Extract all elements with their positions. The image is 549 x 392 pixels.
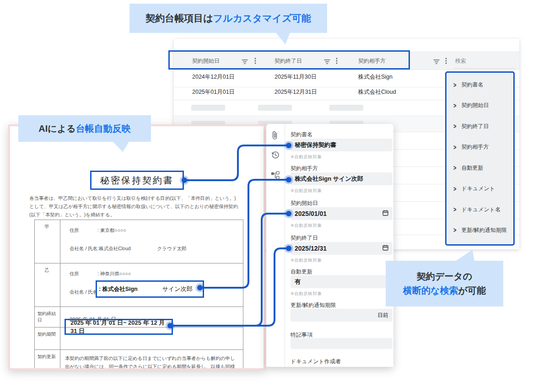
auto-reflect-note: ※自動反映対象 xyxy=(291,223,322,229)
doc-field-value: クラウド太郎 xyxy=(157,246,187,251)
auto-reflect-note: ※自動反映対象 xyxy=(291,188,322,194)
search-attr-item[interactable]: >契約終了日 xyxy=(447,123,513,130)
chevron-right-icon: > xyxy=(453,102,456,109)
form-label-start-date: 契約開始日 xyxy=(291,199,387,207)
callout-text: AIによる xyxy=(38,123,75,135)
doc-field-label: 会社名 / 氏名: xyxy=(70,246,99,251)
chevron-right-icon: > xyxy=(453,206,456,213)
doc-field-label: 会社名 / 氏名 xyxy=(70,289,97,295)
callout-text-highlight: 横断的な検索 xyxy=(403,285,458,295)
form-label-end-date: 契約終了日 xyxy=(291,234,387,242)
search-attr-item[interactable]: >自動更新 xyxy=(447,164,513,172)
search-input-underline[interactable] xyxy=(454,68,516,69)
chevron-right-icon: > xyxy=(453,123,456,130)
doc-label: 甲 xyxy=(35,220,60,263)
form-value: 秘密保持契約書 xyxy=(295,141,336,149)
search-attributes-panel: >契約書名 >契約開始日 >契約終了日 >契約相手方 >自動更新 >ドキュメント… xyxy=(445,71,515,246)
chevron-right-icon: > xyxy=(453,165,456,172)
form-field-notes[interactable] xyxy=(291,338,393,349)
doc-field-value: サイン次郎 xyxy=(162,285,193,293)
doc-field-value: 株式会社Cloud xyxy=(99,246,130,251)
callout-pointer xyxy=(455,250,474,261)
form-value: 2025/12/31 xyxy=(295,245,382,252)
search-attr-item[interactable]: >更新/解約通知期限 xyxy=(447,226,513,234)
table-row-cell[interactable]: 2024年12月01日 xyxy=(192,73,235,81)
callout-text: が可能 xyxy=(458,285,486,295)
table-row-cell[interactable]: 2025年11月30日 xyxy=(274,73,317,81)
contract-document-preview: 秘密保持契約書 各当事者は、甲乙間において取引を行う又は取引を検討する目的(以下… xyxy=(8,124,265,370)
form-value: 有 xyxy=(295,278,301,286)
doc-row-renewal: 契約更新 本契約の期間満了前の以下に定める日までにいずれの当事者からも解約の申し… xyxy=(35,350,243,370)
search-attr-item[interactable]: >ドキュメント名 xyxy=(447,206,513,214)
search-attr-label: 契約終了日 xyxy=(461,123,489,130)
attachment-icon[interactable] xyxy=(271,130,281,140)
doc-title-highlight: 秘密保持契約書 xyxy=(90,171,184,190)
form-field-notice-period[interactable]: 日前 xyxy=(291,309,393,322)
history-icon[interactable] xyxy=(271,150,281,161)
calendar-icon[interactable] xyxy=(382,210,388,217)
table-row-cell[interactable]: 2025年01月01日 xyxy=(192,88,235,96)
callout-ai-reflect: AIによる台帳自動反映 xyxy=(18,115,151,142)
doc-renewal-text: 本契約の期間満了前の以下に定める日までにいずれの当事者からも解約の申し出がない場… xyxy=(65,354,239,370)
header-highlight-box xyxy=(168,50,410,70)
form-field-party[interactable]: 株式会社Sign サイン次郎 xyxy=(291,172,393,185)
doc-field-value: : 東京都○○○○ xyxy=(97,227,126,233)
chevron-right-icon: > xyxy=(453,185,456,192)
form-field-end-date[interactable]: 2025/12/31 xyxy=(291,242,393,255)
doc-field-label: 住所 xyxy=(70,227,79,233)
table-row-cell[interactable]: 2025年12月31日 xyxy=(274,88,317,96)
search-attr-label: ドキュメント名 xyxy=(461,206,501,214)
doc-period-highlight: 2025 年 01 月 01 日~ 2025 年 12 月 31 日 xyxy=(65,319,173,335)
form-label-auto-renew: 自動更新 xyxy=(291,268,387,276)
form-value: 2025/01/01 xyxy=(295,210,382,217)
chevron-right-icon: > xyxy=(453,144,456,150)
auto-reflect-note: ※自動反映対象 xyxy=(291,291,322,297)
doc-label: 契約期間 xyxy=(35,328,60,349)
related-docs-icon[interactable] xyxy=(271,171,281,181)
table-row-cell[interactable]: 株式会社Cloud xyxy=(358,88,396,96)
table-row-cell[interactable]: 株式会社Sign xyxy=(358,73,393,81)
search-attr-label: 契約書名 xyxy=(461,81,483,89)
form-label-party: 契約相手方 xyxy=(291,165,387,172)
page: 契約開始日 契約終了日 契約相手方 検索 2024年12月01日 2025年11… xyxy=(0,0,549,392)
search-attr-item[interactable]: >契約相手方 xyxy=(447,143,513,151)
form-field-contract-name[interactable]: 秘密保持契約書 xyxy=(291,139,393,151)
search-attr-label: 契約開始日 xyxy=(461,102,489,109)
doc-label: 契約更新 xyxy=(35,350,60,370)
form-value: 株式会社Sign サイン次郎 xyxy=(295,175,363,183)
search-input-label[interactable]: 検索 xyxy=(455,57,466,65)
form-field-auto-renew[interactable]: 有 xyxy=(291,275,393,288)
search-attr-label: 契約相手方 xyxy=(461,143,489,151)
chevron-right-icon: > xyxy=(453,81,456,88)
search-attr-item[interactable]: >契約書名 xyxy=(447,81,513,89)
doc-label: 乙 xyxy=(35,263,60,306)
search-attr-label: 更新/解約通知期限 xyxy=(461,226,506,234)
callout-text-highlight: 台帳自動反映 xyxy=(76,123,131,135)
filter-icon[interactable] xyxy=(433,58,440,66)
doc-label: 契約締結日 xyxy=(35,307,60,327)
auto-reflect-note: ※自動反映対象 xyxy=(291,154,322,160)
form-label-creator: ドキュメント作成者 xyxy=(291,358,387,365)
form-value-suffix: 日前 xyxy=(377,311,388,319)
form-field-start-date[interactable]: 2025/01/01 xyxy=(291,207,393,220)
callout-text: 契約データの xyxy=(417,269,472,284)
form-label-notice-period: 更新/解約通知期限 xyxy=(291,301,387,309)
contract-form-panel: 契約書名 秘密保持契約書 ※自動反映対象 契約相手方 株式会社Sign サイン次… xyxy=(266,124,393,367)
callout-search: 契約データの 横断的な検索が可能 xyxy=(386,261,503,306)
auto-reflect-note: ※自動反映対象 xyxy=(291,258,322,263)
search-attr-item[interactable]: >契約開始日 xyxy=(447,102,513,109)
doc-field-value: : 神奈川県○○○○ xyxy=(97,271,131,276)
doc-row-party-a: 甲 住所: 東京都○○○○ 会社名 / 氏名:株式会社Cloudクラウド太郎 xyxy=(35,220,243,263)
doc-party-highlight: : 株式会社Sign サイン次郎 xyxy=(96,280,204,298)
callout-text: 契約台帳項目は xyxy=(145,12,213,25)
callout-text-highlight: フルカスタマイズ可能 xyxy=(213,12,311,25)
kebab-menu-icon[interactable] xyxy=(445,58,447,66)
chevron-right-icon: > xyxy=(453,227,456,234)
search-attr-label: 自動更新 xyxy=(461,164,483,172)
doc-field-value: : 株式会社Sign xyxy=(99,285,138,293)
search-attr-item[interactable]: >ドキュメント xyxy=(447,185,513,193)
doc-intro-paragraph: 各当事者は、甲乙間において取引を行う又は取引を検討する目的(以下、「本件目的」と… xyxy=(29,194,241,219)
doc-title: 秘密保持契約書 xyxy=(100,174,174,187)
callout-customize: 契約台帳項目はフルカスタマイズ可能 xyxy=(129,4,327,33)
calendar-icon[interactable] xyxy=(382,245,388,252)
